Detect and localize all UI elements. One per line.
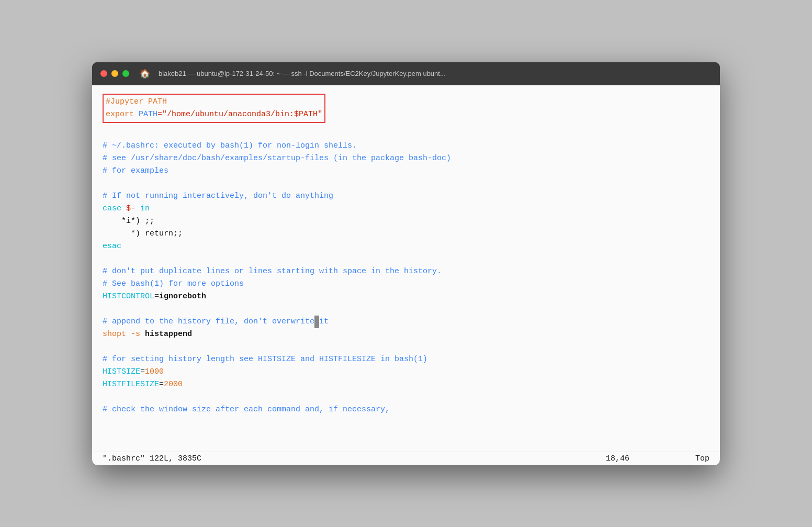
case-star-line: *) return;; xyxy=(103,228,709,240)
house-icon: 🏠 xyxy=(140,69,150,79)
code-line-highlight2: export PATH="/home/ubuntu/anaconda3/bin:… xyxy=(106,108,322,121)
histsize-line: HISTSIZE=1000 xyxy=(103,366,709,378)
blank-line-2 xyxy=(103,177,709,190)
comment-line-3: # for examples xyxy=(103,165,709,177)
cursor-position: 18,46 Top xyxy=(606,454,709,463)
case-line: case $- in xyxy=(103,203,709,215)
code-line-highlight1: #Jupyter PATH xyxy=(106,96,322,108)
window-title: blakeb21 — ubuntu@ip-172-31-24-50: ~ — s… xyxy=(159,70,446,77)
comment-line-2: # see /usr/share/doc/bash/examples/start… xyxy=(103,152,709,165)
histfilesize-line: HISTFILESIZE=2000 xyxy=(103,378,709,391)
comment-line-1: # ~/.bashrc: executed by bash(1) for non… xyxy=(103,140,709,152)
comment-line-7: # append to the history file, don't over… xyxy=(103,316,709,328)
blank-line-5 xyxy=(103,341,709,353)
titlebar: 🏠 blakeb21 — ubuntu@ip-172-31-24-50: ~ —… xyxy=(92,62,720,85)
esac-line: esac xyxy=(103,240,709,253)
blank-line-3 xyxy=(103,253,709,265)
close-button[interactable] xyxy=(100,70,107,77)
case-i-line: *i*) ;; xyxy=(103,215,709,228)
comment-line-5: # don't put duplicate lines or lines sta… xyxy=(103,265,709,278)
histcontrol-line: HISTCONTROL=ignoreboth xyxy=(103,290,709,303)
terminal-window: 🏠 blakeb21 — ubuntu@ip-172-31-24-50: ~ —… xyxy=(92,62,720,465)
blank-line-6 xyxy=(103,391,709,403)
status-bar: ".bashrc" 122L, 3835C 18,46 Top xyxy=(92,452,720,465)
blank-line-1 xyxy=(103,127,709,140)
comment-line-9: # check the window size after each comma… xyxy=(103,403,709,416)
maximize-button[interactable] xyxy=(122,70,129,77)
shopt-line: shopt -s histappend xyxy=(103,328,709,341)
blank-line-4 xyxy=(103,303,709,316)
comment-line-8: # for setting history length see HISTSIZ… xyxy=(103,353,709,366)
highlighted-block: #Jupyter PATH export PATH="/home/ubuntu/… xyxy=(103,94,325,123)
comment-line-4: # If not running interactively, don't do… xyxy=(103,190,709,203)
terminal-body[interactable]: #Jupyter PATH export PATH="/home/ubuntu/… xyxy=(92,85,720,452)
file-info: ".bashrc" 122L, 3835C xyxy=(103,454,201,463)
comment-line-6: # See bash(1) for more options xyxy=(103,278,709,290)
minimize-button[interactable] xyxy=(111,70,118,77)
